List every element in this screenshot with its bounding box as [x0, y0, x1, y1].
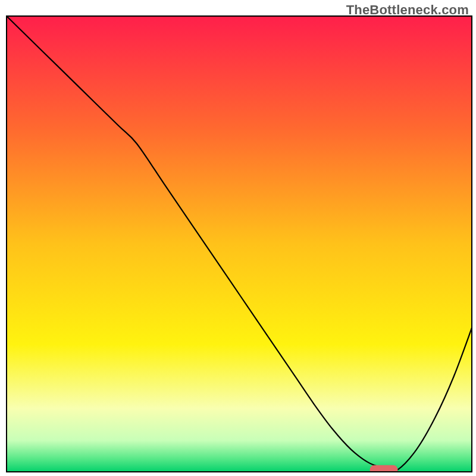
chart-container: TheBottleneck.com [0, 0, 476, 476]
plot-area [6, 15, 472, 472]
chart-svg [6, 15, 472, 472]
watermark-text: TheBottleneck.com [346, 2, 469, 18]
